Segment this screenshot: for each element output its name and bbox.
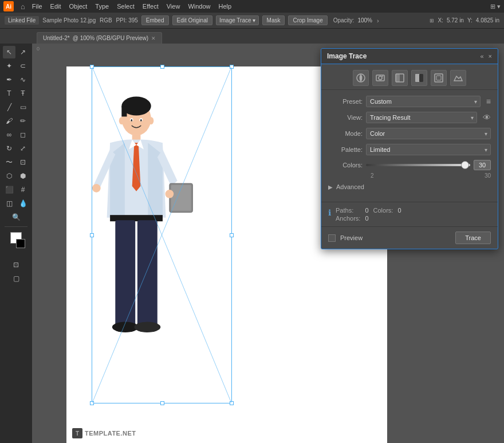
panel-title: Image Trace [327,52,367,60]
menu-file[interactable]: File [32,3,42,10]
mask-button[interactable]: Mask [262,15,285,25]
pencil-tool[interactable]: ✏ [17,115,29,127]
colors-slider[interactable] [366,164,470,166]
panel-collapse-icon[interactable]: « [480,53,483,60]
embed-button[interactable]: Embed [141,15,169,25]
opacity-value: 100% [357,17,372,23]
palette-select[interactable]: Limited Full Tone Automatic [366,144,491,155]
view-eye-icon[interactable]: 👁 [483,113,491,122]
edit-original-button[interactable]: Edit Original [172,15,212,25]
canvas-ruler-label: 0 [37,46,40,52]
preset-auto-icon[interactable] [353,70,369,86]
tab-subtitle: @ 100% (RGB/GPU Preview) [73,35,148,41]
palette-row: Palette: Limited Full Tone Automatic [328,144,491,155]
change-screen-mode[interactable]: ⊡ [10,258,22,271]
menu-select[interactable]: Select [117,3,135,10]
options-bar: Linked File Sample Photo 12.jpg RGB PPI:… [0,13,504,29]
handle-top-left[interactable] [90,65,94,69]
svg-line-23 [92,67,231,403]
handle-bottom-center[interactable] [160,401,164,405]
view-select[interactable]: Tracing Result Outlines Source Image [366,112,477,123]
rect-tool[interactable]: ▭ [17,101,29,113]
direct-selection-tool[interactable]: ↗ [17,46,29,58]
preset-row: Preset: Custom Default High Fidelity Pho… [328,96,491,107]
menu-type[interactable]: Type [95,3,109,10]
trace-button[interactable]: Trace [455,232,491,244]
colors-info-label: Colors: [373,207,393,214]
zoom-tool[interactable]: 🔍 [10,211,22,224]
panel-close-icon[interactable]: × [489,53,492,60]
preset-list-icon[interactable]: ≡ [486,97,491,106]
shape-builder-tool[interactable]: ⬡ [3,170,15,182]
handle-bottom-left[interactable] [90,401,94,405]
y-label: Y: [467,17,472,23]
anchors-label: Anchors: [336,215,360,222]
rotate-tool[interactable]: ↻ [3,142,15,155]
preset-outline-icon[interactable] [431,70,447,86]
more-button[interactable]: › [377,17,379,24]
document-tab[interactable]: Untitled-2* @ 100% (RGB/GPU Preview) ✕ [37,32,162,44]
preset-bw-icon[interactable] [411,70,427,86]
svg-point-27 [382,76,383,77]
preset-grayscale-icon[interactable] [392,70,408,86]
perspective-tool[interactable]: ⬛ [3,183,15,196]
menu-edit[interactable]: Edit [50,3,61,10]
handle-top-center[interactable] [160,65,164,69]
colors-value-input[interactable] [474,160,491,170]
free-transform-tool[interactable]: ⊡ [17,156,29,168]
colors-max: 30 [485,173,491,179]
menu-effect[interactable]: Effect [143,3,159,10]
handle-middle-right[interactable] [230,233,234,237]
panel-header-buttons: « × [480,53,492,60]
colors-slider-label: Colors: [328,162,363,168]
line-tool[interactable]: ╱ [3,101,15,113]
pen-tool[interactable]: ✒ [3,73,15,86]
background-swatch[interactable] [16,239,25,248]
layout-switcher[interactable]: ⊞ ▾ [490,3,501,10]
handle-top-right[interactable] [230,65,234,69]
preset-select[interactable]: Custom Default High Fidelity Photo Low F… [366,96,481,107]
menu-items: File Edit Object Type Select Effect View… [32,3,231,10]
tab-close-icon[interactable]: ✕ [151,36,156,41]
preset-detail-icon[interactable] [450,70,466,86]
paintbrush-tool[interactable]: 🖌 [3,115,15,127]
touch-type-tool[interactable]: Ŧ [17,87,29,100]
selection-tool[interactable]: ↖ [3,46,15,58]
gradient-tool[interactable]: ◫ [3,197,15,210]
panel-presets [321,64,498,90]
view-label: View: [328,114,363,121]
preview-checkbox[interactable] [328,234,336,242]
eraser-tool[interactable]: ◻ [17,128,29,141]
image-trace-button[interactable]: Image Trace ▾ [216,15,259,25]
home-icon[interactable]: ⌂ [21,2,25,11]
menu-view[interactable]: View [167,3,180,10]
curvature-tool[interactable]: ∿ [17,73,29,86]
live-paint-tool[interactable]: ⬢ [17,170,29,182]
mesh-tool[interactable]: # [17,183,29,196]
handle-middle-left[interactable] [90,233,94,237]
advanced-arrow-icon: ▶ [328,184,333,190]
preset-photo-icon[interactable] [372,70,388,86]
mode-select[interactable]: Color Grayscale Black and White [366,128,491,139]
eyedropper-tool[interactable]: 💧 [17,197,29,210]
type-tool[interactable]: T [3,87,15,100]
linked-file-badge: Linked File [5,16,39,25]
preview-label[interactable]: Preview [340,234,363,241]
scale-tool[interactable]: ⤢ [17,142,29,155]
anchors-value: 0 [365,215,368,222]
crop-image-button[interactable]: Crop Image [288,15,327,25]
lasso-tool[interactable]: ⊂ [17,60,29,72]
menu-object[interactable]: Object [69,3,88,10]
menu-help[interactable]: Help [219,3,232,10]
slider-thumb[interactable] [461,161,469,169]
handle-bottom-right[interactable] [230,401,234,405]
y-value: 4.0825 in [476,17,499,23]
blend-tool[interactable]: ∞ [3,128,15,141]
magic-wand-tool[interactable]: ✦ [3,60,15,72]
warp-tool[interactable]: 〜 [3,156,15,168]
left-toolbar: ↖ ↗ ✦ ⊂ ✒ ∿ T Ŧ ╱ ▭ 🖌 ✏ ∞ ◻ ↻ ⤢ [0,44,32,443]
artboard-tool[interactable]: ▢ [10,272,22,285]
advanced-row[interactable]: ▶ Advanced [328,183,491,190]
menu-window[interactable]: Window [188,3,210,10]
file-info: Sample Photo 12.jpg RGB PPI: 395 [42,17,137,23]
